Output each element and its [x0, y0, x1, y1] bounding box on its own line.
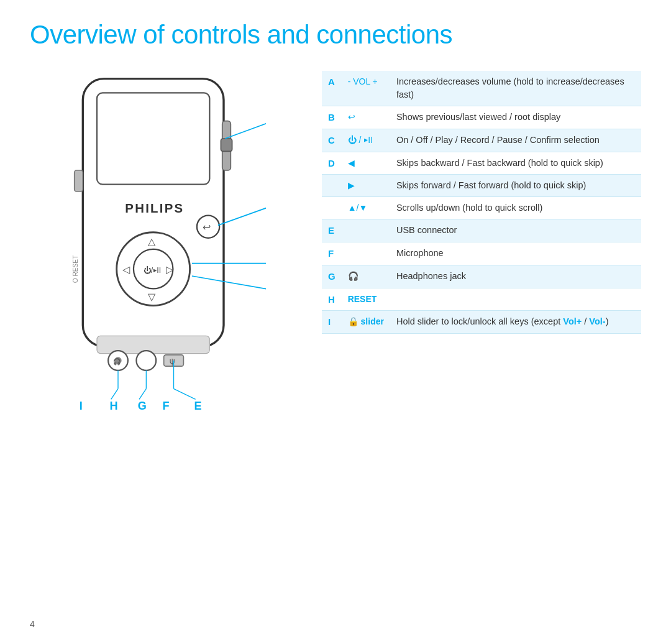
control-icon: [342, 242, 390, 265]
control-description: USB connector: [390, 219, 641, 242]
table-row: HRESET: [322, 288, 641, 311]
svg-text:◁: ◁: [122, 264, 130, 275]
control-icon: ⏻ / ▶II: [342, 129, 390, 152]
device-svg: PHILIPS ↩ △ ▽ ◁ ▷ ⏻/▶II 🎧: [55, 65, 266, 431]
table-row: A- VOL +Increases/decreases volume (hold…: [322, 71, 641, 106]
svg-point-18: [136, 351, 156, 370]
control-description: Headphones jack: [390, 265, 641, 288]
svg-text:F: F: [162, 400, 169, 412]
control-description: Scrolls up/down (hold to quick scroll): [390, 197, 641, 219]
control-icon: ◀: [342, 152, 390, 175]
svg-text:↩: ↩: [203, 222, 211, 232]
control-icon: 🔒 slider: [342, 311, 390, 334]
control-description: Skips backward / Fast backward (hold to …: [390, 152, 641, 175]
table-row: G🎧Headphones jack: [322, 265, 641, 288]
svg-line-41: [174, 389, 196, 399]
svg-text:▷: ▷: [166, 264, 174, 275]
table-row: EUSB connector: [322, 219, 641, 242]
control-letter: D: [322, 152, 342, 175]
control-icon: [342, 219, 390, 242]
control-icon: ▲/▼: [342, 197, 390, 219]
svg-line-39: [139, 389, 146, 399]
table-row: ▶Skips forward / Fast forward (hold to q…: [322, 175, 641, 197]
svg-line-37: [111, 389, 118, 399]
svg-rect-4: [221, 139, 232, 151]
svg-text:I: I: [80, 400, 83, 412]
control-icon: 🎧: [342, 265, 390, 288]
svg-rect-14: [97, 336, 209, 353]
control-description: Increases/decreases volume (hold to incr…: [390, 71, 641, 106]
table-row: B↩Shows previous/last viewed / root disp…: [322, 106, 641, 129]
svg-text:▽: ▽: [148, 292, 156, 302]
page-title: Overview of controls and connections: [0, 0, 671, 65]
control-letter: [322, 197, 342, 219]
svg-text:△: △: [148, 236, 156, 247]
svg-text:G: G: [138, 400, 147, 412]
control-letter: B: [322, 106, 342, 129]
svg-text:🎧: 🎧: [113, 357, 121, 366]
svg-rect-21: [75, 170, 83, 191]
control-letter: I: [322, 311, 342, 334]
control-icon: RESET: [342, 288, 390, 311]
table-row: I🔒 sliderHold slider to lock/unlock all …: [322, 311, 641, 334]
svg-rect-1: [97, 93, 209, 184]
control-description: Skips forward / Fast forward (hold to qu…: [390, 175, 641, 197]
control-letter: [322, 175, 342, 197]
svg-text:E: E: [194, 400, 201, 412]
controls-table: A- VOL +Increases/decreases volume (hold…: [322, 71, 641, 334]
control-description: Microphone: [390, 242, 641, 265]
control-letter: F: [322, 242, 342, 265]
svg-text:O RESET: O RESET: [72, 255, 79, 283]
control-letter: A: [322, 71, 342, 106]
control-letter: C: [322, 129, 342, 152]
control-description: On / Off / Play / Record / Pause / Confi…: [390, 129, 641, 152]
control-letter: G: [322, 265, 342, 288]
control-icon: - VOL +: [342, 71, 390, 106]
svg-text:ψ: ψ: [170, 357, 175, 366]
control-icon: ↩: [342, 106, 390, 129]
control-description: [390, 288, 641, 311]
device-diagram: PHILIPS ↩ △ ▽ ◁ ▷ ⏻/▶II 🎧: [30, 65, 297, 433]
control-icon: ▶: [342, 175, 390, 197]
table-row: C⏻ / ▶IIOn / Off / Play / Record / Pause…: [322, 129, 641, 152]
svg-text:PHILIPS: PHILIPS: [125, 201, 184, 215]
control-description: Shows previous/last viewed / root displa…: [390, 106, 641, 129]
control-letter: E: [322, 219, 342, 242]
page-number: 4: [30, 619, 35, 629]
table-row: FMicrophone: [322, 242, 641, 265]
control-description: Hold slider to lock/unlock all keys (exc…: [390, 311, 641, 334]
svg-line-24: [218, 206, 266, 226]
control-letter: H: [322, 288, 342, 311]
svg-text:H: H: [109, 400, 117, 412]
svg-text:⏻/▶II: ⏻/▶II: [144, 265, 161, 275]
table-row: ▲/▼Scrolls up/down (hold to quick scroll…: [322, 197, 641, 219]
table-row: D◀Skips backward / Fast backward (hold t…: [322, 152, 641, 175]
